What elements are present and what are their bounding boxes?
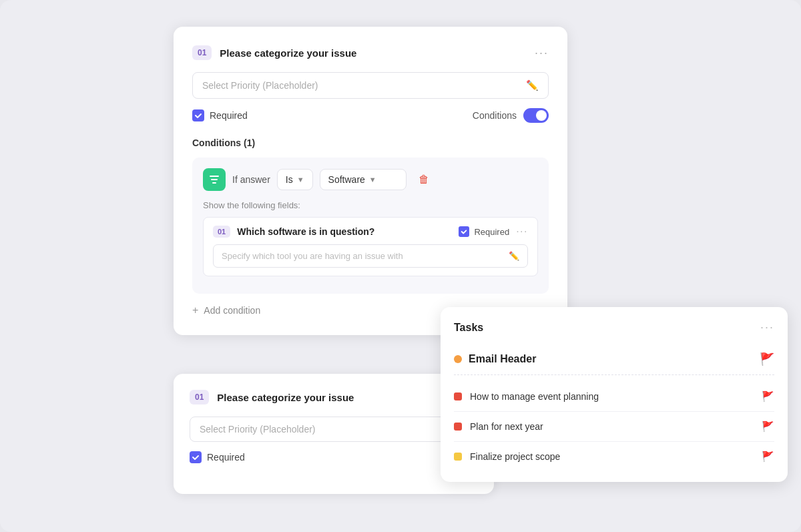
is-dropdown[interactable]: Is ▼ <box>277 169 313 190</box>
tasks-panel: Tasks ··· Email Header 🚩 How to manage e… <box>441 307 788 482</box>
software-value: Software <box>328 174 365 185</box>
task-2-label: Plan for next year <box>470 421 754 432</box>
task-3-flag: 🚩 <box>762 451 774 463</box>
tasks-title: Tasks <box>454 322 483 334</box>
task-row-1[interactable]: How to manage event planning 🚩 <box>454 382 774 412</box>
email-header-row: Email Header 🚩 <box>454 344 774 375</box>
card2-title: Please categorize your issue <box>217 392 354 403</box>
card2-required-label: Required <box>207 452 245 463</box>
tasks-dots-menu[interactable]: ··· <box>760 320 774 334</box>
card1-title: Please categorize your issue <box>220 47 356 59</box>
filter-icon-box <box>203 168 226 191</box>
conditions-text: Conditions <box>473 110 517 121</box>
task-1-label: How to manage event planning <box>470 391 754 402</box>
software-dropdown[interactable]: Software ▼ <box>320 169 407 190</box>
is-label: Is <box>286 174 293 185</box>
nested-required-row: Required <box>459 226 509 237</box>
nested-field-header: 01 Which software is in question? Requir… <box>213 226 528 238</box>
nested-required-checkbox[interactable] <box>459 226 469 237</box>
card2-placeholder: Select Priority (Placeholder) <box>200 424 468 435</box>
add-condition-label: Add condition <box>204 305 260 316</box>
task-2-dot <box>454 423 462 431</box>
task-1-flag: 🚩 <box>762 390 774 403</box>
form-card-1: 01 Please categorize your issue ··· Sele… <box>174 27 567 335</box>
pencil-icon[interactable]: ✏️ <box>526 79 539 91</box>
card2-required-checkbox[interactable] <box>190 451 202 463</box>
card1-header: 01 Please categorize your issue ··· <box>192 45 549 60</box>
delete-condition-button[interactable]: 🗑 <box>413 169 435 190</box>
nested-input-row[interactable]: Specify which tool you are having an iss… <box>213 244 528 268</box>
priority-input-row[interactable]: Select Priority (Placeholder) ✏️ <box>192 72 549 99</box>
plus-icon: + <box>192 304 198 316</box>
card2-header: 01 Please categorize your issue <box>190 390 478 405</box>
conditions-right: Conditions <box>473 108 549 123</box>
email-header-label: Email Header <box>469 353 753 365</box>
software-chevron: ▼ <box>369 176 376 184</box>
task-1-dot <box>454 392 462 401</box>
nested-placeholder: Specify which tool you are having an iss… <box>222 251 509 261</box>
task-row-3[interactable]: Finalize project scope 🚩 <box>454 442 774 471</box>
condition-row: If answer Is ▼ Software ▼ 🗑 <box>203 168 538 191</box>
card2-step-badge: 01 <box>190 390 209 405</box>
nested-dots-menu[interactable]: ··· <box>516 226 528 238</box>
nested-required-label: Required <box>474 227 509 237</box>
is-chevron: ▼ <box>297 176 304 184</box>
conditions-toggle[interactable] <box>523 108 549 123</box>
email-header-dot <box>454 355 462 363</box>
required-label: Required <box>210 110 248 121</box>
condition-box: If answer Is ▼ Software ▼ 🗑 Show the fol… <box>192 158 549 294</box>
if-answer-text: If answer <box>232 174 270 185</box>
card1-dots-menu[interactable]: ··· <box>535 46 549 60</box>
email-header-flag: 🚩 <box>760 352 774 366</box>
required-checkbox[interactable] <box>192 109 204 121</box>
card2-required-left: Required <box>190 451 245 463</box>
tasks-header: Tasks ··· <box>454 320 774 334</box>
nested-title: Which software is in question? <box>237 226 452 237</box>
card1-header-left: 01 Please categorize your issue <box>192 45 356 60</box>
show-fields-text: Show the following fields: <box>203 200 538 210</box>
required-left: Required <box>192 109 248 121</box>
nested-field: 01 Which software is in question? Requir… <box>203 217 538 276</box>
card2-priority-input[interactable]: Select Priority (Placeholder) <box>190 417 478 442</box>
step-badge-1: 01 <box>192 45 212 60</box>
card2-required-row: Required <box>190 451 478 463</box>
filter-icon <box>208 174 220 186</box>
nested-pencil-icon[interactable]: ✏️ <box>509 251 519 261</box>
task-2-flag: 🚩 <box>762 421 774 433</box>
card2-header-left: 01 Please categorize your issue <box>190 390 354 405</box>
task-3-dot <box>454 453 462 461</box>
required-row: Required Conditions <box>192 108 549 123</box>
conditions-section-title: Conditions (1) <box>192 138 549 148</box>
task-row-2[interactable]: Plan for next year 🚩 <box>454 412 774 442</box>
task-3-label: Finalize project scope <box>470 451 754 462</box>
priority-placeholder: Select Priority (Placeholder) <box>202 80 526 91</box>
nested-step-badge: 01 <box>213 226 230 238</box>
